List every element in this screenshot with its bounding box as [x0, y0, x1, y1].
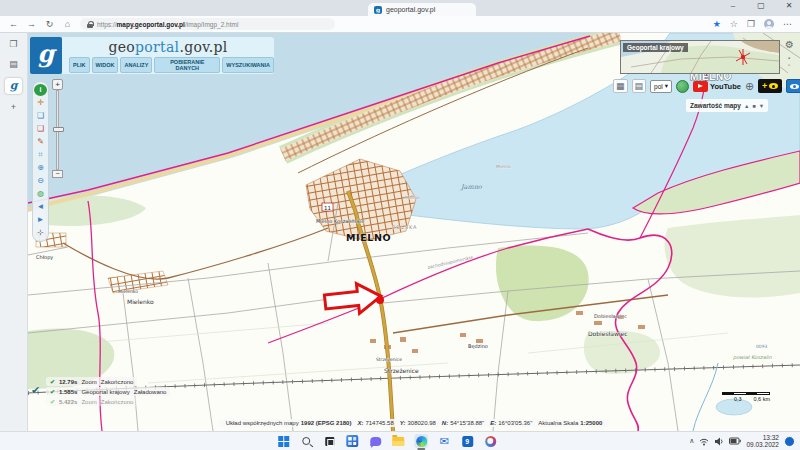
search-icon	[302, 437, 310, 445]
location-dot-marker	[376, 296, 384, 304]
folder-icon	[392, 437, 404, 446]
ring-app-button[interactable]	[483, 434, 497, 448]
refresh-button[interactable]: ↻	[44, 19, 55, 29]
window-close-button[interactable]: ✕	[782, 1, 796, 10]
contrast-eye-icon	[769, 83, 778, 89]
tab-title: geoportal.gov.pl	[386, 6, 435, 13]
battery-icon[interactable]	[729, 437, 741, 445]
globe-button[interactable]	[676, 80, 689, 93]
system-tray: ∧ 13:32 09.03.2022	[689, 432, 795, 450]
browser-content: ❐ ▤ g +	[0, 33, 800, 431]
menu-widok[interactable]: WIDOK	[92, 57, 119, 73]
widgets-icon	[346, 435, 358, 447]
map-label-mielno-w2: Mielno	[496, 164, 511, 169]
identify-tool-icon[interactable]: i	[34, 84, 47, 96]
toast-row: ✔ 1.585s Geoportal krajowy Załadowano	[46, 387, 170, 396]
map-toolbar: i ✛ ❏ ❏ ✎ ⌗ ⊕ ⊖ ◍ ◄ ► ⊹	[32, 81, 49, 242]
status-toasts: ✔ 12.79s Zoom Zakończono ✔ 1.585s Geopor…	[46, 377, 286, 407]
map-label-chlopy: Chłopy	[36, 254, 53, 261]
draw-tool-icon[interactable]: ✎	[34, 136, 47, 148]
zoom-slider: + −	[51, 79, 64, 178]
task-view-button[interactable]	[322, 434, 336, 448]
task-view-icon	[325, 437, 334, 446]
status-check-icon: ✔	[31, 384, 40, 397]
check-icon: ✔	[50, 388, 55, 395]
menu-pobieranie-danych[interactable]: POBIERANIE DANYCH	[154, 57, 220, 73]
browser-tab[interactable]: g geoportal.gov.pl	[368, 3, 476, 16]
geoportal-logo[interactable]: g	[30, 37, 62, 74]
youtube-play-icon	[693, 81, 708, 92]
notification-badge[interactable]	[784, 436, 795, 447]
tray-chevron-icon[interactable]: ∧	[689, 437, 694, 445]
overview-collapse-icons[interactable]: ▪▫	[788, 55, 790, 69]
coordinates-globe-icon[interactable]: ⊕	[745, 80, 754, 93]
start-button[interactable]	[276, 434, 290, 448]
windows-logo-icon	[278, 436, 289, 447]
map-contents-panel[interactable]: Zawartość mapy ▲ ■ ▼	[686, 99, 768, 112]
check-icon: ✔	[50, 398, 55, 405]
menu-wyszukiwania[interactable]: WYSZUKIWANIA	[222, 57, 274, 73]
zoom-slider-handle[interactable]	[53, 127, 64, 132]
mail-button[interactable]: ✉	[437, 434, 451, 448]
measure-tool-icon[interactable]: ⌗	[34, 149, 47, 161]
zoom-minus-button[interactable]: −	[52, 170, 63, 178]
pan-tool-icon[interactable]: ✛	[34, 97, 47, 109]
sidebar-geoportal-icon[interactable]: g	[5, 78, 22, 94]
mail-icon: ✉	[440, 436, 449, 447]
volume-icon[interactable]	[714, 437, 724, 446]
menu-analizy[interactable]: ANALIZY	[120, 57, 152, 73]
map-label-mielno-w1: Mielno	[405, 195, 420, 200]
youtube-button[interactable]: YouTube	[693, 81, 741, 92]
profile-avatar[interactable]	[764, 19, 774, 29]
zoom-plus-button[interactable]: +	[52, 79, 63, 90]
favorite-added-icon[interactable]: ★	[713, 19, 721, 29]
calendar-button[interactable]: 9	[460, 434, 474, 448]
panel-window-icon[interactable]: ■	[752, 103, 755, 109]
search-button[interactable]	[299, 434, 313, 448]
menu-ellipsis-icon[interactable]: ⋯	[783, 19, 792, 29]
zoom-out-tool-icon[interactable]: ⊖	[34, 175, 47, 187]
lock-icon	[87, 21, 93, 28]
ring-app-icon	[485, 436, 496, 447]
widgets-button[interactable]	[345, 434, 359, 448]
sidebar-panel-icon[interactable]: ❐	[6, 38, 22, 51]
crosshair-tool-icon[interactable]: ⊹	[34, 227, 47, 239]
sidebar-notes-icon[interactable]: ▤	[6, 58, 22, 71]
collections-icon[interactable]: ❐	[747, 19, 755, 29]
language-select[interactable]: pol▾	[650, 80, 672, 93]
menu-plik[interactable]: PLIK	[69, 57, 90, 73]
clear-selection-tool-icon[interactable]: ❏	[34, 123, 47, 135]
address-bar[interactable]: https://mapy.geoportal.gov.pl/imap/Imgp_…	[80, 18, 335, 30]
next-view-icon[interactable]: ►	[34, 214, 47, 226]
clock-date: 09.03.2022	[746, 441, 779, 448]
window-maximize-button[interactable]: ▢	[754, 1, 768, 10]
taskbar-clock[interactable]: 13:32 09.03.2022	[746, 434, 779, 449]
map-label-bedzino: Będzino	[468, 343, 488, 349]
sidebar-add-icon[interactable]: +	[6, 101, 22, 114]
full-extent-icon[interactable]: ◍	[34, 188, 47, 200]
home-button[interactable]: ⌂	[62, 19, 73, 29]
window-minimize-button[interactable]: –	[726, 1, 740, 10]
zoom-slider-track[interactable]	[56, 90, 59, 170]
select-rect-tool-icon[interactable]: ❏	[34, 110, 47, 122]
map-label-dobieslawiec1: Dobiesławiec	[594, 313, 627, 319]
map-label-polska: POLSKA	[392, 224, 418, 230]
zoom-in-tool-icon[interactable]: ⊕	[34, 162, 47, 174]
overview-map[interactable]: Geoportal krajowy	[620, 40, 780, 74]
wifi-icon[interactable]	[699, 437, 709, 446]
settings-gear-icon[interactable]: ⚙	[785, 39, 794, 50]
forward-button[interactable]: →	[26, 19, 37, 29]
file-explorer-button[interactable]	[391, 434, 405, 448]
edge-browser-button[interactable]	[414, 434, 428, 448]
calendar-icon: 9	[462, 436, 473, 447]
panel-collapse-icon[interactable]: ▼	[759, 103, 764, 109]
high-contrast-button[interactable]: +	[758, 79, 782, 93]
panel-expand-icon[interactable]: ▲	[744, 103, 749, 109]
previous-view-icon[interactable]: ◄	[34, 201, 47, 213]
favorites-star-icon[interactable]: ☆	[730, 19, 738, 29]
accessibility-eye-button[interactable]	[786, 79, 800, 93]
chat-button[interactable]	[368, 434, 382, 448]
back-button[interactable]: ←	[8, 19, 19, 29]
layers-grid-button[interactable]: ▦	[613, 79, 628, 93]
print-button[interactable]: ▤	[632, 79, 647, 93]
